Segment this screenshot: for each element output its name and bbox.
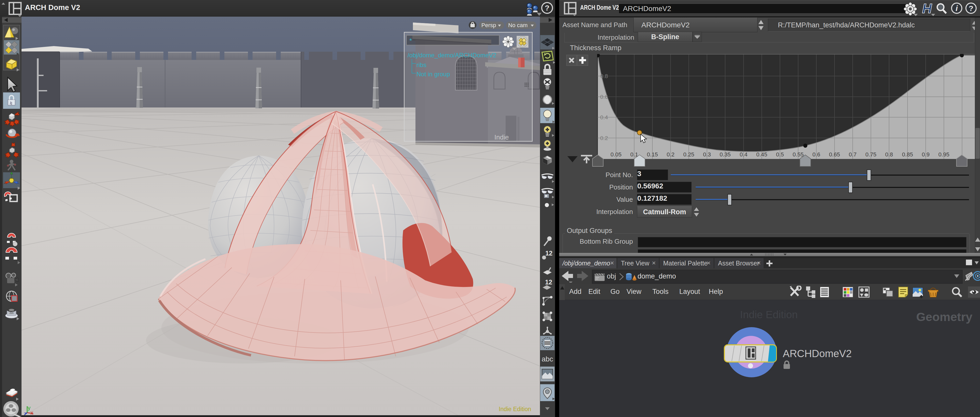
svg-text:No cam: No cam	[508, 22, 528, 29]
svg-text:0.4: 0.4	[600, 114, 608, 121]
svg-text:Indie: Indie	[494, 133, 509, 141]
svg-text:0.6: 0.6	[600, 94, 608, 100]
svg-text:Not in group: Not in group	[417, 71, 450, 78]
svg-text:/obj/dome_demo/ARCHDomeV2: /obj/dome_demo/ARCHDomeV2	[407, 52, 496, 59]
svg-text:?: ?	[969, 4, 973, 13]
svg-text:ARCHDomeV2: ARCHDomeV2	[783, 348, 852, 359]
svg-text:*: *	[409, 37, 412, 44]
svg-text:z: z	[24, 411, 27, 415]
svg-text:abc: abc	[541, 355, 553, 363]
svg-text:?: ?	[545, 3, 549, 12]
svg-text:i: i	[956, 4, 958, 13]
svg-text:Indie Edition: Indie Edition	[499, 406, 531, 412]
svg-text:12: 12	[545, 279, 552, 286]
svg-text:x: x	[30, 409, 33, 415]
svg-text:12: 12	[545, 250, 552, 257]
svg-text:0.2: 0.2	[600, 135, 608, 141]
svg-text:Persp: Persp	[481, 22, 496, 29]
svg-text:H: H	[922, 2, 932, 16]
svg-text:0.8: 0.8	[600, 73, 608, 79]
svg-text:ribs: ribs	[417, 62, 426, 68]
svg-text:y: y	[28, 405, 30, 411]
svg-text:22x: 22x	[10, 312, 14, 314]
